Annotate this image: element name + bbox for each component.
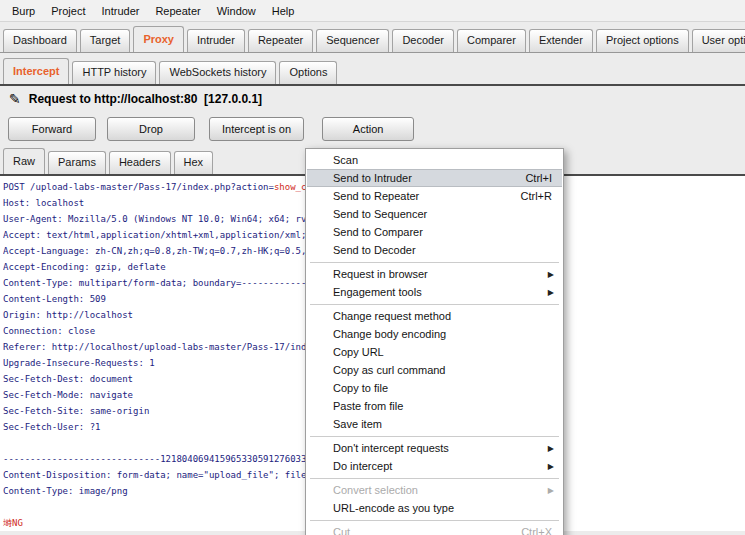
menu-item-send-to-repeater[interactable]: Send to Repeater Ctrl+R [307, 187, 562, 205]
submenu-arrow-icon: ▶ [548, 270, 554, 279]
tab-intercept[interactable]: Intercept [3, 58, 69, 84]
tab-websockets-history[interactable]: WebSockets history [159, 61, 276, 84]
menu-item-url-encode-as-you-type[interactable]: URL-encode as you type [307, 499, 562, 517]
tab-repeater[interactable]: Repeater [248, 29, 313, 52]
menu-item-request-in-browser[interactable]: Request in browser ▶ [307, 265, 562, 283]
menu-separator [310, 478, 559, 479]
menu-item-copy-as-curl-command[interactable]: Copy as curl command [307, 361, 562, 379]
menubar: Burp Project Intruder Repeater Window He… [0, 0, 745, 22]
tab-extender[interactable]: Extender [529, 29, 593, 52]
menu-separator [310, 436, 559, 437]
menu-help[interactable]: Help [264, 2, 303, 20]
menu-project[interactable]: Project [43, 2, 93, 20]
menu-item-copy-url[interactable]: Copy URL [307, 343, 562, 361]
shortcut-label: Ctrl+X [521, 526, 552, 535]
edit-pencil-icon: ✎ [9, 91, 21, 107]
tab-sequencer[interactable]: Sequencer [316, 29, 389, 52]
tab-hex[interactable]: Hex [174, 151, 214, 174]
request-info-bar: ✎ Request to http://localhost:80 [127.0.… [0, 86, 745, 112]
menu-item-paste-from-file[interactable]: Paste from file [307, 397, 562, 415]
tab-comparer[interactable]: Comparer [457, 29, 526, 52]
submenu-arrow-icon: ▶ [548, 444, 554, 453]
intercept-toggle-button[interactable]: Intercept is on [209, 117, 304, 141]
tab-proxy[interactable]: Proxy [133, 26, 184, 52]
tab-project-options[interactable]: Project options [596, 29, 689, 52]
menu-item-change-body-encoding[interactable]: Change body encoding [307, 325, 562, 343]
forward-button[interactable]: Forward [8, 117, 96, 141]
menu-separator [310, 520, 559, 521]
menu-item-change-request-method[interactable]: Change request method [307, 307, 562, 325]
tab-intruder[interactable]: Intruder [187, 29, 245, 52]
menu-item-do-intercept[interactable]: Do intercept ▶ [307, 457, 562, 475]
tab-headers[interactable]: Headers [109, 151, 171, 174]
menu-item-save-item[interactable]: Save item [307, 415, 562, 433]
menu-item-scan[interactable]: Scan [307, 151, 562, 169]
shortcut-label: Ctrl+R [521, 190, 552, 202]
menu-item-dont-intercept-requests[interactable]: Don't intercept requests ▶ [307, 439, 562, 457]
proxy-tab-bar: Intercept HTTP history WebSockets histor… [0, 53, 745, 86]
tab-dashboard[interactable]: Dashboard [3, 29, 77, 52]
submenu-arrow-icon: ▶ [548, 486, 554, 495]
shortcut-label: Ctrl+I [525, 172, 552, 184]
tab-params[interactable]: Params [48, 151, 106, 174]
tab-decoder[interactable]: Decoder [392, 29, 454, 52]
tab-http-history[interactable]: HTTP history [72, 61, 156, 84]
menu-item-send-to-comparer[interactable]: Send to Comparer [307, 223, 562, 241]
menu-window[interactable]: Window [209, 2, 264, 20]
drop-button[interactable]: Drop [107, 117, 195, 141]
main-tab-bar: Dashboard Target Proxy Intruder Repeater… [0, 22, 745, 53]
menu-item-cut: Cut Ctrl+X [307, 523, 562, 535]
intercept-toolbar: Forward Drop Intercept is on Action [0, 112, 745, 146]
menu-intruder[interactable]: Intruder [94, 2, 148, 20]
menu-item-copy-to-file[interactable]: Copy to file [307, 379, 562, 397]
menu-item-send-to-sequencer[interactable]: Send to Sequencer [307, 205, 562, 223]
submenu-arrow-icon: ▶ [548, 288, 554, 297]
tab-target[interactable]: Target [80, 29, 131, 52]
tab-raw[interactable]: Raw [3, 148, 45, 174]
action-button[interactable]: Action [322, 117, 414, 141]
menu-item-convert-selection: Convert selection ▶ [307, 481, 562, 499]
menu-burp[interactable]: Burp [4, 2, 43, 20]
tab-options[interactable]: Options [279, 61, 337, 84]
menu-separator [310, 304, 559, 305]
menu-repeater[interactable]: Repeater [147, 2, 208, 20]
submenu-arrow-icon: ▶ [548, 462, 554, 471]
menu-separator [310, 262, 559, 263]
tab-user-options[interactable]: User options [692, 29, 745, 52]
menu-item-engagement-tools[interactable]: Engagement tools ▶ [307, 283, 562, 301]
context-menu: Scan Send to Intruder Ctrl+I Send to Rep… [305, 148, 564, 535]
menu-item-send-to-intruder[interactable]: Send to Intruder Ctrl+I [307, 169, 562, 187]
menu-item-send-to-decoder[interactable]: Send to Decoder [307, 241, 562, 259]
request-info-text: Request to http://localhost:80 [127.0.0.… [29, 92, 262, 106]
